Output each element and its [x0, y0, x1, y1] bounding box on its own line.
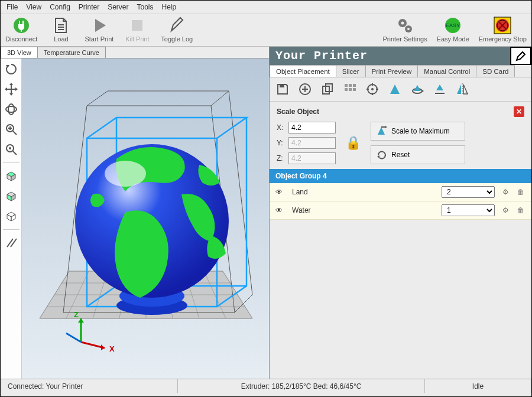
view-iso-icon[interactable] — [3, 208, 20, 224]
load-button[interactable]: Load — [47, 17, 75, 43]
scale-to-maximum-button[interactable]: Scale to Maximum — [371, 122, 465, 141]
svg-marker-94 — [463, 84, 468, 94]
list-item: 👁 Water 1 ⚙ 🗑 — [270, 201, 531, 220]
document-icon — [52, 17, 70, 34]
3d-viewport[interactable]: X Z — [22, 58, 269, 379]
drop-object-icon[interactable] — [432, 81, 448, 97]
extruder-select[interactable]: 1 — [442, 204, 495, 216]
visibility-toggle-icon[interactable]: 👁 — [275, 206, 286, 214]
disconnect-label: Disconnect — [5, 35, 37, 43]
easy-mode-label: Easy Mode — [437, 35, 469, 43]
tab-manual-control[interactable]: Manual Control — [417, 65, 476, 77]
svg-marker-39 — [11, 214, 15, 221]
object-delete-icon[interactable]: 🗑 — [516, 188, 525, 196]
object-delete-icon[interactable]: 🗑 — [516, 206, 525, 214]
emergency-stop-label: Emergency Stop — [479, 35, 527, 43]
scale-x-input[interactable] — [288, 122, 336, 134]
center-object-icon[interactable] — [364, 81, 381, 97]
scale-y-input[interactable] — [288, 137, 336, 149]
side-toolbar-sep2 — [3, 229, 20, 230]
svg-marker-38 — [7, 214, 11, 221]
object-name[interactable]: Water — [292, 206, 436, 214]
autoposition-icon[interactable] — [342, 81, 358, 97]
edit-printer-button[interactable] — [510, 47, 531, 65]
menu-config[interactable]: Config — [50, 3, 70, 11]
scale-object-icon[interactable] — [387, 81, 403, 97]
scale-y-label: Y: — [277, 139, 285, 147]
svg-marker-18 — [9, 83, 13, 85]
parallel-lines-icon[interactable] — [3, 235, 20, 251]
tab-object-placement[interactable]: Object Placement — [270, 65, 336, 77]
mirror-object-icon[interactable] — [454, 81, 471, 97]
object-name[interactable]: Land — [292, 188, 436, 196]
svg-rect-75 — [345, 84, 348, 87]
side-toolbar — [1, 58, 22, 379]
tab-temperature-curve[interactable]: Temperature Curve — [37, 47, 106, 58]
close-scale-button[interactable]: ✕ — [514, 106, 524, 117]
lock-aspect-icon[interactable]: 🔒 — [345, 135, 361, 151]
svg-rect-2 — [22, 21, 24, 24]
scale-z-input[interactable] — [288, 152, 336, 164]
tab-3d-view[interactable]: 3D View — [1, 47, 38, 58]
easy-mode-button[interactable]: EASY Easy Mode — [437, 17, 469, 43]
save-icon[interactable] — [274, 81, 291, 97]
status-state: Idle — [425, 379, 531, 393]
menu-tools[interactable]: Tools — [137, 3, 154, 11]
axis-z-label: Z — [74, 310, 79, 319]
zoom-in-icon[interactable] — [3, 121, 20, 138]
view-top-icon[interactable] — [3, 168, 20, 184]
tab-sd-card[interactable]: SD Card — [476, 65, 515, 77]
svg-rect-76 — [349, 84, 352, 87]
svg-point-63 — [105, 161, 146, 187]
menu-file[interactable]: File — [7, 3, 18, 11]
copy-object-icon[interactable] — [319, 81, 336, 97]
visibility-toggle-icon[interactable]: 👁 — [275, 188, 286, 196]
toggle-log-button[interactable]: Toggle Log — [161, 17, 193, 43]
tab-slicer[interactable]: Slicer — [336, 65, 366, 77]
menu-server[interactable]: Server — [108, 3, 128, 11]
side-toolbar-sep1 — [3, 162, 20, 163]
svg-marker-21 — [15, 87, 18, 91]
toolbar-right-group: Printer Settings EASY Easy Mode Emergenc… — [382, 17, 527, 43]
scale-reset-button[interactable]: Reset — [371, 145, 465, 164]
emergency-stop-button[interactable]: Emergency Stop — [479, 17, 527, 43]
menu-view[interactable]: View — [26, 3, 41, 11]
menu-printer[interactable]: Printer — [79, 3, 99, 11]
tab-print-preview[interactable]: Print Preview — [365, 65, 419, 77]
object-group-header[interactable]: Object Group 4 — [270, 169, 531, 183]
zoom-fit-icon[interactable] — [3, 141, 20, 158]
extruder-select[interactable]: 2 — [442, 186, 495, 198]
svg-rect-8 — [132, 20, 142, 31]
gears-icon — [396, 17, 414, 34]
view-area: X Z — [1, 58, 269, 379]
object-settings-icon[interactable]: ⚙ — [501, 188, 510, 196]
load-label: Load — [54, 35, 68, 43]
kill-print-label: Kill Print — [125, 35, 149, 43]
rotate-icon[interactable] — [3, 101, 20, 118]
printer-settings-button[interactable]: Printer Settings — [382, 17, 427, 43]
rotate-object-icon[interactable] — [409, 81, 426, 97]
svg-marker-20 — [5, 87, 7, 91]
object-settings-icon[interactable]: ⚙ — [501, 206, 510, 214]
move-icon[interactable] — [3, 81, 20, 97]
start-print-button[interactable]: Start Print — [85, 17, 113, 43]
scale-heading: Scale Object — [277, 108, 319, 116]
toggle-log-label: Toggle Log — [161, 35, 193, 43]
reset-view-icon[interactable] — [3, 61, 20, 77]
svg-rect-77 — [353, 84, 356, 87]
view-front-icon[interactable] — [3, 188, 20, 204]
svg-marker-90 — [422, 90, 424, 92]
view-tabs: 3D View Temperature Curve — [1, 47, 269, 58]
svg-marker-7 — [95, 19, 106, 32]
printer-settings-label: Printer Settings — [382, 35, 427, 43]
status-connection: Connected: Your Printer — [1, 379, 178, 393]
status-temps: Extruder: 185,2/185°C Bed: 46,6/45°C — [178, 379, 425, 393]
left-pane: 3D View Temperature Curve — [1, 47, 270, 379]
axis-x-label: X — [109, 344, 115, 353]
disconnect-button[interactable]: Disconnect — [5, 17, 37, 43]
svg-point-30 — [9, 147, 11, 149]
easy-icon: EASY — [444, 17, 462, 34]
add-object-icon[interactable] — [297, 81, 313, 97]
menu-help[interactable]: Help — [162, 3, 177, 11]
svg-rect-1 — [19, 21, 20, 24]
